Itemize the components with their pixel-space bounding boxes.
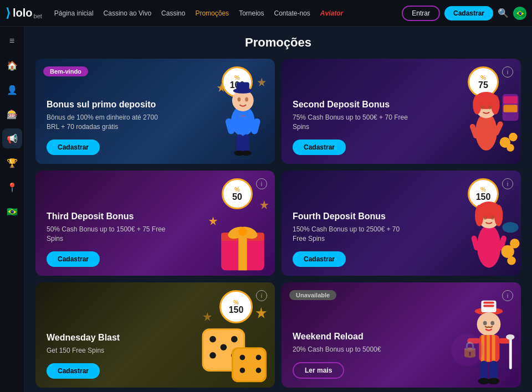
- svg-marker-9: [243, 115, 245, 118]
- svg-point-56: [210, 352, 217, 359]
- card-4-cadastrar-button[interactable]: Cadastrar: [293, 251, 346, 267]
- nav-promocoes[interactable]: Promoções: [191, 7, 233, 19]
- percent-sign-2: %: [480, 75, 486, 81]
- badge-unavailable: Unavailable: [289, 290, 336, 300]
- percent-badge-1: % 100: [222, 66, 253, 97]
- sidebar-trophy-icon[interactable]: 🏆: [2, 153, 22, 173]
- svg-point-39: [477, 225, 500, 268]
- svg-rect-69: [483, 302, 494, 304]
- svg-point-40: [478, 207, 499, 229]
- svg-point-62: [256, 355, 262, 360]
- svg-point-57: [231, 352, 238, 359]
- sidebar-menu-icon[interactable]: ≡: [2, 31, 22, 51]
- nav-pagina-inicial[interactable]: Página inicial: [50, 7, 98, 19]
- svg-point-43: [494, 205, 503, 226]
- card-3-cadastrar-button[interactable]: Cadastrar: [47, 251, 100, 267]
- nav-cassino-vivo[interactable]: Cassino ao Vivo: [99, 7, 156, 19]
- svg-point-44: [483, 216, 487, 220]
- promo-card-2: i % 75: [282, 59, 521, 164]
- svg-marker-8: [240, 115, 243, 118]
- svg-marker-1: [257, 78, 266, 87]
- promotions-grid: Bem-vindo % 100: [35, 59, 521, 388]
- svg-point-49: [510, 239, 519, 248]
- card-6-ler-mais-button[interactable]: Ler mais: [293, 362, 344, 379]
- percent-sign-5: %: [233, 300, 239, 306]
- card-4-desc: 150% Cash Bonus up to 2500€ + 70 Free Sp…: [293, 225, 412, 244]
- card-2-title: Second Deposit Bonus: [293, 99, 412, 110]
- info-icon-3[interactable]: i: [256, 178, 267, 189]
- nav-cassino[interactable]: Cassino: [157, 7, 190, 19]
- svg-point-73: [490, 321, 494, 326]
- sidebar-location-icon[interactable]: 📍: [2, 177, 22, 197]
- svg-rect-60: [233, 349, 265, 380]
- card-1-cadastrar-button[interactable]: Cadastrar: [47, 140, 100, 155]
- svg-point-55: [231, 336, 238, 343]
- svg-point-28: [499, 137, 510, 147]
- sidebar-user-icon[interactable]: 👤: [2, 80, 22, 100]
- svg-point-45: [491, 216, 494, 220]
- svg-point-86: [451, 334, 483, 366]
- svg-rect-77: [492, 335, 495, 362]
- sidebar-promo-icon[interactable]: 📢: [2, 128, 22, 148]
- percent-num-4: 150: [476, 193, 491, 202]
- svg-point-58: [221, 344, 227, 350]
- card-1-content: Bonus sul primo deposito Bônus de 100% e…: [47, 99, 166, 155]
- cadastrar-nav-button[interactable]: Cadastrar: [444, 6, 493, 20]
- svg-rect-68: [481, 301, 496, 312]
- svg-rect-82: [480, 360, 488, 381]
- language-flag[interactable]: 🇧🇷: [513, 7, 526, 20]
- svg-rect-18: [503, 105, 517, 112]
- svg-rect-83: [490, 360, 498, 381]
- svg-rect-16: [502, 94, 518, 121]
- sidebar-home-icon[interactable]: 🏠: [2, 55, 22, 75]
- card-5-cadastrar-button[interactable]: Cadastrar: [47, 363, 100, 379]
- svg-rect-53: [204, 330, 244, 370]
- percent-num-1: 100: [230, 81, 245, 90]
- svg-text:🔒: 🔒: [461, 340, 479, 358]
- percent-sign-3: %: [234, 187, 240, 193]
- svg-point-36: [238, 228, 247, 236]
- logo[interactable]: ⟩ lolo bet: [6, 6, 42, 20]
- nav-actions: Entrar Cadastrar 🔍 🇧🇷: [402, 6, 526, 21]
- svg-point-14: [234, 151, 243, 156]
- svg-point-6: [237, 97, 241, 102]
- svg-point-2: [231, 106, 254, 136]
- main-content: Promoções Bem-vindo % 100: [24, 27, 532, 392]
- svg-rect-11: [250, 117, 261, 135]
- info-icon-4[interactable]: i: [502, 178, 513, 189]
- sidebar-casino-icon[interactable]: 🎰: [2, 104, 22, 124]
- svg-rect-13: [243, 135, 249, 153]
- nav-torneios[interactable]: Torneios: [234, 7, 268, 19]
- card-2-desc: 75% Cash Bonus up to 500€ + 70 Free Spin…: [293, 113, 412, 132]
- svg-point-7: [245, 97, 248, 102]
- svg-rect-46: [470, 235, 479, 251]
- svg-point-25: [488, 106, 492, 110]
- card-6-desc: 20% Cash Bonus up to 5000€: [293, 345, 412, 354]
- svg-point-35: [237, 224, 259, 241]
- svg-rect-26: [469, 123, 479, 139]
- svg-point-54: [210, 336, 217, 343]
- svg-point-19: [475, 113, 497, 151]
- percent-num-2: 75: [478, 81, 488, 90]
- percent-badge-3: % 50: [222, 178, 253, 209]
- svg-point-51: [502, 222, 518, 233]
- info-icon-2[interactable]: i: [502, 66, 513, 78]
- info-icon-5[interactable]: i: [256, 290, 267, 301]
- sidebar-flag-icon[interactable]: 🇧🇷: [2, 202, 22, 221]
- nav-aviator[interactable]: Aviator: [316, 7, 347, 19]
- svg-rect-74: [479, 335, 499, 362]
- card-2-cadastrar-button[interactable]: Cadastrar: [293, 140, 346, 155]
- search-icon[interactable]: 🔍: [498, 8, 509, 18]
- card-5-title: Wednesday Blast: [47, 332, 166, 343]
- card-4-content: Fourth Deposit Bonus 150% Cash Bonus up …: [293, 211, 412, 267]
- promo-card-5: i % 150: [35, 282, 275, 388]
- promo-card-6: Unavailable i: [282, 282, 521, 388]
- card-1-desc: Bônus de 100% em dinheiro até 2700 BRL +…: [47, 113, 166, 132]
- info-icon-6[interactable]: i: [502, 290, 513, 301]
- svg-rect-33: [238, 233, 247, 270]
- svg-point-61: [240, 355, 245, 360]
- svg-point-71: [477, 312, 500, 336]
- entrar-button[interactable]: Entrar: [402, 6, 440, 21]
- nav-contate-nos[interactable]: Contate-nos: [269, 7, 314, 19]
- svg-point-30: [507, 144, 514, 152]
